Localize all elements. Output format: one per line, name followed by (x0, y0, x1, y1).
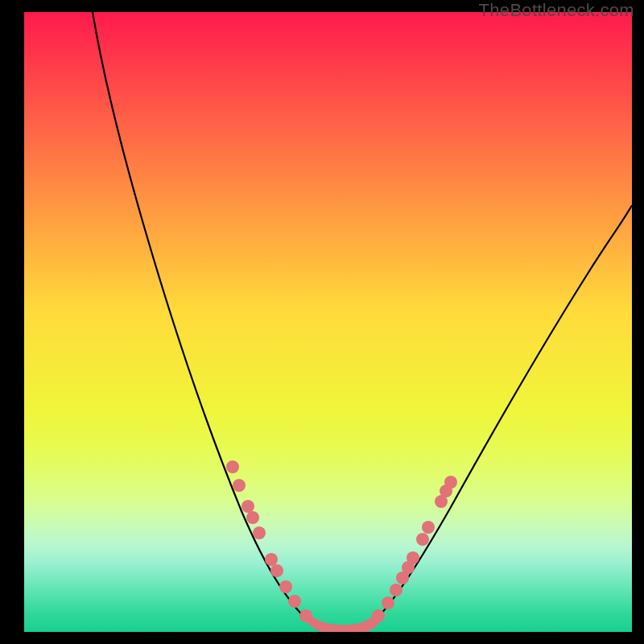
svg-point-16 (416, 533, 429, 546)
svg-point-15 (407, 551, 419, 564)
svg-point-17 (422, 521, 435, 534)
chart-svg (24, 12, 632, 632)
svg-point-9 (299, 609, 312, 622)
chart-canvas (24, 12, 632, 632)
bottom-blob (306, 616, 378, 632)
svg-point-8 (288, 595, 301, 608)
svg-point-10 (372, 609, 385, 622)
svg-point-2 (242, 500, 254, 513)
attribution-text: TheBottleneck.com (479, 0, 634, 21)
svg-point-11 (382, 597, 394, 609)
svg-point-6 (270, 564, 283, 577)
svg-point-3 (246, 511, 259, 524)
svg-point-7 (279, 580, 292, 593)
svg-point-1 (233, 479, 246, 492)
right-dots (372, 476, 457, 622)
svg-point-0 (226, 460, 239, 473)
svg-point-5 (265, 553, 278, 566)
left-dots (226, 460, 312, 622)
curve-left (93, 12, 318, 630)
svg-point-4 (253, 526, 266, 539)
svg-point-12 (390, 584, 402, 597)
svg-point-20 (444, 476, 457, 489)
